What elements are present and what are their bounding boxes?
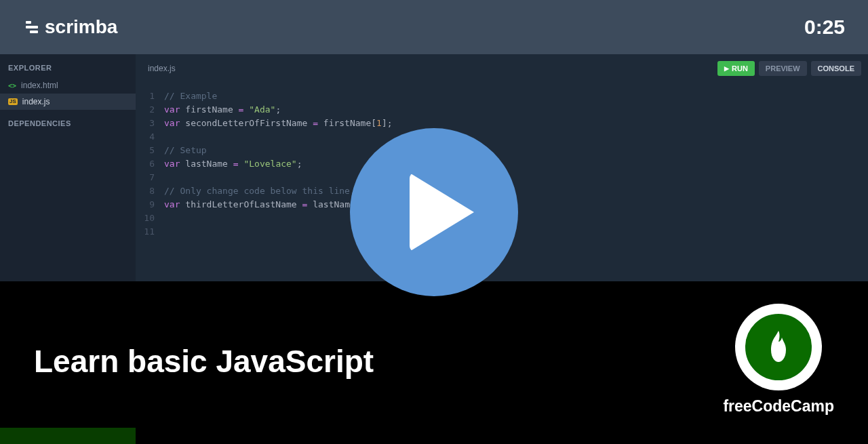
code-line: 2var firstName = "Ada";	[136, 103, 868, 117]
brand-name: scrimba	[45, 16, 117, 38]
line-number: 6	[136, 157, 164, 171]
file-item-index-html[interactable]: <>index.html	[0, 77, 136, 94]
editor-toolbar: RUN PREVIEW CONSOLE	[717, 61, 861, 76]
code-line: 5// Setup	[136, 144, 868, 157]
line-number: 5	[136, 144, 164, 157]
line-number: 2	[136, 103, 164, 117]
code-line: 1// Example	[136, 89, 868, 103]
explorer-label: EXPLORER	[0, 54, 136, 77]
js-file-icon: JS	[8, 98, 18, 105]
active-tab[interactable]: index.js	[148, 64, 176, 73]
line-number: 3	[136, 117, 164, 130]
editor-header: index.js RUN PREVIEW CONSOLE	[136, 54, 868, 83]
file-name-label: index.js	[22, 97, 50, 106]
code-line: 3var secondLetterOfFirstName = firstName…	[136, 117, 868, 130]
line-content: // Example	[164, 89, 217, 103]
author-name: freeCodeCamp	[723, 397, 834, 416]
file-name-label: index.html	[21, 81, 58, 90]
line-number: 7	[136, 171, 164, 184]
logo-icon	[23, 21, 38, 33]
line-number: 11	[136, 225, 164, 239]
line-number: 8	[136, 184, 164, 198]
console-button[interactable]: CONSOLE	[811, 61, 861, 76]
code-line: 4	[136, 130, 868, 144]
preview-button[interactable]: PREVIEW	[759, 61, 807, 76]
line-content: var thirdLetterOfLastName = lastName;	[164, 198, 361, 211]
line-number: 10	[136, 211, 164, 225]
video-title: Learn basic JavaScript	[34, 343, 374, 380]
app-header: scrimba 0:25	[0, 0, 868, 54]
brand-logo[interactable]: scrimba	[23, 16, 117, 38]
author-badge[interactable]: freeCodeCamp	[723, 304, 834, 416]
line-number: 4	[136, 130, 164, 144]
line-content: // Only change code below this line.	[164, 184, 355, 198]
line-content: var lastName = "Lovelace";	[164, 157, 302, 171]
file-item-index-js[interactable]: JSindex.js	[0, 94, 136, 110]
line-number: 1	[136, 89, 164, 103]
line-content: var firstName = "Ada";	[164, 103, 281, 117]
run-button[interactable]: RUN	[717, 61, 755, 76]
line-content: // Setup	[164, 144, 207, 157]
line-content: var secondLetterOfFirstName = firstName[…	[164, 117, 393, 130]
line-number: 9	[136, 198, 164, 211]
author-avatar	[735, 304, 822, 390]
dependencies-label: DEPENDENCIES	[0, 110, 136, 133]
progress-bar[interactable]	[0, 428, 136, 444]
timestamp: 0:25	[804, 16, 845, 39]
flame-icon	[763, 328, 794, 366]
play-button[interactable]	[350, 128, 518, 296]
play-icon	[410, 173, 474, 251]
html-file-icon: <>	[8, 82, 16, 89]
